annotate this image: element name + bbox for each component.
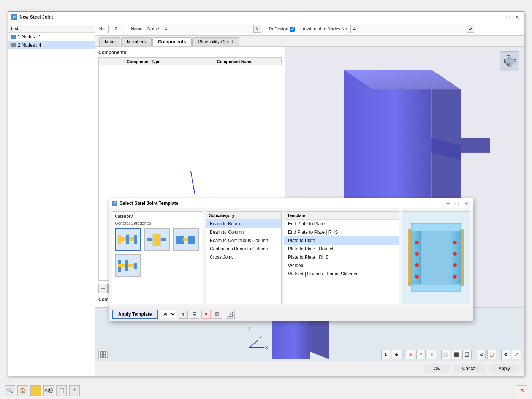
thumb-icon-1	[116, 230, 139, 250]
category-header: Category	[115, 214, 201, 218]
filter-btn-2[interactable]	[190, 310, 199, 319]
svg-rect-53	[193, 314, 196, 315]
template-item-5[interactable]: Welded	[284, 261, 399, 270]
dialog-close-btn[interactable]: ✕	[462, 200, 470, 207]
minimize-button[interactable]: −	[495, 13, 503, 21]
svg-rect-70	[100, 355, 103, 357]
apply-template-button[interactable]: Apply Template	[112, 310, 158, 319]
sidebar-label-2: 2 Nodes : 4	[18, 43, 41, 48]
view-cube[interactable]: T L R B	[500, 51, 519, 71]
svg-rect-36	[411, 223, 421, 292]
tab-components[interactable]: Components	[152, 37, 192, 46]
svg-rect-68	[100, 352, 103, 354]
taskbar-btn-5[interactable]: ƒ	[69, 385, 80, 396]
assigned-input[interactable]	[350, 25, 464, 33]
svg-line-64	[249, 340, 258, 348]
copy-btn[interactable]	[213, 310, 222, 319]
render-btn[interactable]: 🔲	[462, 350, 472, 359]
info-btn[interactable]	[226, 310, 235, 319]
tab-members[interactable]: Members	[121, 37, 152, 46]
svg-text:B: B	[507, 62, 510, 67]
template-item-0[interactable]: End Plate to Plate	[284, 220, 399, 228]
taskbar-close-btn[interactable]: ✕	[517, 385, 527, 396]
dialog-content: Category General Categories	[109, 208, 473, 307]
svg-rect-22	[134, 235, 137, 244]
subcat-item-2[interactable]: Beam to Continuous Column	[206, 236, 281, 245]
thumbnail-4[interactable]	[115, 254, 141, 277]
taskbar-btn-2[interactable]: 🏠	[17, 385, 28, 396]
svg-rect-58	[230, 313, 231, 315]
svg-rect-49	[408, 229, 411, 286]
taskbar-color-block[interactable]	[30, 385, 41, 396]
taskbar-btn-1[interactable]: 🔍	[5, 385, 15, 396]
ok-button[interactable]: OK	[424, 364, 450, 373]
copy-icon	[215, 312, 220, 317]
fields-row: No. Name ✎ To Design Assigned to Nodes N…	[95, 22, 524, 36]
name-edit-button[interactable]: ✎	[253, 25, 261, 33]
sidebar-item-2[interactable]: 2 Nodes : 4	[8, 41, 95, 49]
preview-panel	[402, 211, 470, 304]
subcat-item-1[interactable]: Beam to Column	[206, 228, 281, 236]
svg-point-48	[453, 275, 457, 279]
export-btn[interactable]: 📋	[487, 350, 496, 359]
template-item-6[interactable]: Welded | Haunch | Partial Stiffener	[284, 270, 399, 278]
svg-rect-35	[125, 260, 128, 271]
settings-icon-btn[interactable]: ⚙	[501, 350, 510, 359]
rotate-btn[interactable]: ↻	[381, 350, 390, 359]
zoom-btn[interactable]: ⊕	[392, 350, 401, 359]
name-input[interactable]	[145, 25, 251, 33]
expand-btn[interactable]: ⤢	[512, 350, 521, 359]
right-panel: No. Name ✎ To Design Assigned to Nodes N…	[95, 22, 524, 376]
svg-rect-23	[126, 235, 129, 244]
clear-btn[interactable]: ✕	[201, 310, 211, 319]
subcategory-panel: Subcategory Beam to Beam Beam to Column …	[206, 211, 282, 304]
thumbnail-1[interactable]	[115, 228, 141, 251]
dialog-minimize-btn[interactable]: −	[444, 200, 452, 207]
svg-rect-21	[118, 235, 121, 244]
assigned-btn[interactable]: ⇗	[467, 25, 474, 33]
taskbar-btn-4[interactable]: 📋	[56, 385, 67, 396]
taskbar-btn-3[interactable]: Aⓐ	[43, 385, 54, 396]
add-row-button[interactable]	[98, 284, 108, 293]
axis-x-btn[interactable]: X	[406, 350, 415, 359]
tabs: Main Members Components Plausibility Che…	[95, 36, 524, 47]
maximize-button[interactable]: □	[504, 13, 512, 21]
subcat-item-3[interactable]: Continuous Beam to Column	[206, 245, 281, 253]
view-btn-1[interactable]	[98, 350, 108, 359]
filter-dropdown[interactable]: All	[160, 310, 176, 318]
thumbnail-3[interactable]	[173, 228, 199, 251]
svg-point-42	[415, 252, 419, 256]
sidebar-item-1[interactable]: 1 Nodes : 1	[8, 33, 95, 41]
svg-rect-26	[153, 234, 161, 246]
apply-bar: Apply Template All	[109, 307, 473, 321]
tab-main[interactable]: Main	[99, 37, 120, 46]
svg-text:L: L	[504, 59, 507, 64]
taskbar: 🔍 🏠 Aⓐ 📋 ƒ ✕	[0, 382, 532, 399]
separator-4	[499, 350, 499, 358]
filter-btn-1[interactable]	[179, 310, 188, 319]
to-design-checkbox[interactable]	[290, 27, 295, 32]
grid-icon	[100, 352, 106, 358]
template-panel: Template End Plate to Plate End Plate to…	[284, 211, 399, 304]
template-item-2[interactable]: Plate to Plate	[284, 236, 399, 245]
assigned-label: Assigned to Nodes No.	[302, 27, 348, 31]
axis-z-btn[interactable]: Z	[427, 350, 436, 359]
print-btn[interactable]: 🖨	[477, 350, 486, 359]
solid-btn[interactable]: ⬛	[452, 350, 461, 359]
apply-button[interactable]: Apply	[489, 364, 519, 373]
cancel-button[interactable]: Cancel	[453, 364, 486, 373]
svg-text:R: R	[513, 59, 517, 64]
dialog-maximize-btn[interactable]: □	[453, 200, 461, 207]
wireframe-btn[interactable]: ⬜	[441, 350, 450, 359]
subcat-item-0[interactable]: Beam to Beam	[206, 220, 281, 228]
template-item-3[interactable]: Plate to Plate | Haunch	[284, 245, 399, 253]
template-item-1[interactable]: End Plate to Plate | RHS	[284, 228, 399, 236]
tab-plausibility[interactable]: Plausibility Check	[192, 37, 239, 46]
template-item-4[interactable]: Plate to Plate | RHS	[284, 253, 399, 261]
axis-y-btn[interactable]: Y	[416, 350, 426, 359]
title-bar: ⚙ New Steel Joint − □ ✕	[8, 12, 524, 22]
thumbnail-2[interactable]	[144, 228, 170, 251]
close-button[interactable]: ✕	[513, 13, 521, 21]
subcat-item-4[interactable]: Cross Joint	[206, 253, 281, 261]
no-input[interactable]	[108, 25, 124, 33]
